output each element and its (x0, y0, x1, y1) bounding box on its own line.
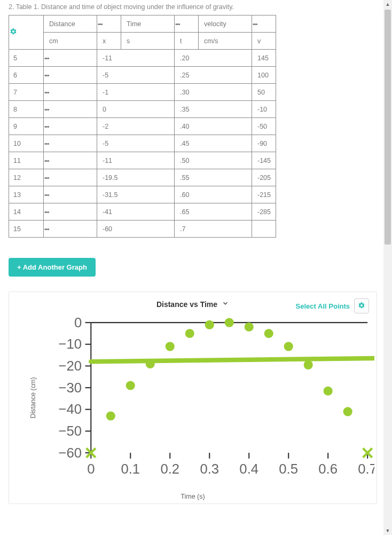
cell-distance[interactable]: 0 (97, 101, 175, 118)
row-menu[interactable]: ••• (44, 67, 97, 84)
cell-distance[interactable]: -1 (97, 84, 175, 101)
chart-plot-area[interactable]: 0−10−20−30−40−50−6000.10.20.30.40.50.60.… (32, 313, 374, 485)
scroll-thumb[interactable] (385, 10, 391, 245)
row-menu[interactable]: ••• (44, 152, 97, 169)
row-menu[interactable]: ••• (44, 84, 97, 101)
row-number: 5 (9, 50, 44, 67)
svg-text:0.2: 0.2 (160, 461, 179, 476)
row-number: 10 (9, 135, 44, 152)
col-menu-distance[interactable]: ••• (97, 15, 121, 33)
svg-line-32 (91, 358, 374, 361)
chart-card: Distance vs Time Select All Points Dista… (9, 292, 377, 504)
cell-time[interactable]: .7 (175, 221, 252, 238)
select-all-points-button[interactable]: Select All Points (296, 302, 350, 310)
cell-velocity[interactable]: 50 (252, 84, 276, 101)
vertical-scrollbar[interactable]: ▲ ▼ (383, 0, 392, 535)
row-menu[interactable]: ••• (44, 186, 97, 203)
scroll-up-button[interactable]: ▲ (383, 0, 392, 9)
cell-time[interactable]: .20 (175, 50, 252, 67)
cell-time[interactable]: .65 (175, 203, 252, 221)
more-icon: ••• (98, 21, 103, 27)
add-graph-button[interactable]: + Add Another Graph (9, 258, 96, 277)
cell-distance[interactable]: -5 (97, 67, 175, 84)
svg-point-47 (343, 407, 352, 416)
chart-title: Distance vs Time (156, 300, 217, 309)
svg-point-37 (146, 359, 155, 368)
row-menu[interactable]: ••• (44, 135, 97, 152)
more-icon: ••• (44, 226, 49, 232)
cell-velocity[interactable]: 145 (252, 50, 276, 67)
more-icon: ••• (44, 123, 49, 130)
col-header-velocity[interactable]: velocity (199, 15, 252, 33)
unit-velocity: cm/s (199, 33, 252, 50)
cell-velocity[interactable]: -90 (252, 135, 276, 152)
table-row: 9•••-2.40-50 (9, 118, 276, 135)
svg-point-38 (166, 342, 175, 351)
cell-distance[interactable]: -31.5 (97, 186, 175, 203)
cell-time[interactable]: .30 (175, 84, 252, 101)
scroll-down-button[interactable]: ▼ (383, 526, 392, 535)
cell-distance[interactable]: -11 (97, 50, 175, 67)
svg-text:−50: −50 (59, 423, 82, 438)
col-header-time[interactable]: Time (121, 15, 175, 33)
cell-time[interactable]: .50 (175, 152, 252, 169)
sym-distance: x (97, 33, 121, 50)
table-row: 5•••-11.20145 (9, 50, 276, 67)
svg-point-46 (324, 387, 333, 396)
cell-velocity[interactable]: -145 (252, 152, 276, 169)
cell-time[interactable]: .45 (175, 135, 252, 152)
svg-point-36 (126, 381, 135, 390)
cell-distance[interactable]: -41 (97, 203, 175, 221)
cell-velocity[interactable]: -205 (252, 169, 276, 186)
cell-distance[interactable]: -19.5 (97, 169, 175, 186)
more-icon: ••• (44, 72, 49, 78)
table-row: 7•••-1.3050 (9, 84, 276, 101)
cell-distance[interactable]: -2 (97, 118, 175, 135)
cell-time[interactable]: .40 (175, 118, 252, 135)
unit-distance: cm (44, 33, 97, 50)
svg-text:0: 0 (74, 315, 82, 330)
cell-time[interactable]: .25 (175, 67, 252, 84)
row-number: 14 (9, 203, 44, 221)
col-menu-velocity[interactable]: ••• (252, 15, 276, 33)
cell-velocity[interactable]: 100 (252, 67, 276, 84)
cell-distance[interactable]: -11 (97, 152, 175, 169)
row-menu[interactable]: ••• (44, 221, 97, 238)
table-row: 11•••-11.50-145 (9, 152, 276, 169)
gear-icon (10, 28, 17, 35)
cell-distance[interactable]: -60 (97, 221, 175, 238)
gear-icon (358, 302, 365, 311)
table-caption: 2. Table 1. Distance and time of object … (9, 3, 378, 11)
table-row: 10•••-5.45-90 (9, 135, 276, 152)
row-number: 9 (9, 118, 44, 135)
cell-velocity[interactable]: -215 (252, 186, 276, 203)
chevron-down-icon (222, 300, 229, 309)
col-menu-time[interactable]: ••• (175, 15, 199, 33)
cell-time[interactable]: .35 (175, 101, 252, 118)
cell-velocity[interactable]: -285 (252, 203, 276, 221)
cell-distance[interactable]: -5 (97, 135, 175, 152)
cell-velocity[interactable]: -50 (252, 118, 276, 135)
row-menu[interactable]: ••• (44, 118, 97, 135)
more-icon: ••• (44, 89, 49, 96)
cell-time[interactable]: .60 (175, 186, 252, 203)
cell-velocity[interactable] (252, 221, 276, 238)
cell-time[interactable]: .55 (175, 169, 252, 186)
row-number: 11 (9, 152, 44, 169)
svg-text:−10: −10 (59, 336, 82, 351)
cell-velocity[interactable]: -10 (252, 101, 276, 118)
more-icon: ••• (44, 158, 49, 164)
table-settings-cell[interactable] (9, 15, 44, 50)
table-row: 12•••-19.5.55-205 (9, 169, 276, 186)
table-row: 15•••-60.7 (9, 221, 276, 238)
row-menu[interactable]: ••• (44, 203, 97, 221)
svg-text:0.4: 0.4 (239, 461, 258, 476)
col-header-distance[interactable]: Distance (44, 15, 97, 33)
row-menu[interactable]: ••• (44, 101, 97, 118)
svg-point-44 (284, 342, 293, 351)
chart-settings-button[interactable] (354, 298, 369, 313)
row-menu[interactable]: ••• (44, 169, 97, 186)
svg-point-42 (245, 322, 254, 332)
table-row: 8•••0.35-10 (9, 101, 276, 118)
row-menu[interactable]: ••• (44, 50, 97, 67)
